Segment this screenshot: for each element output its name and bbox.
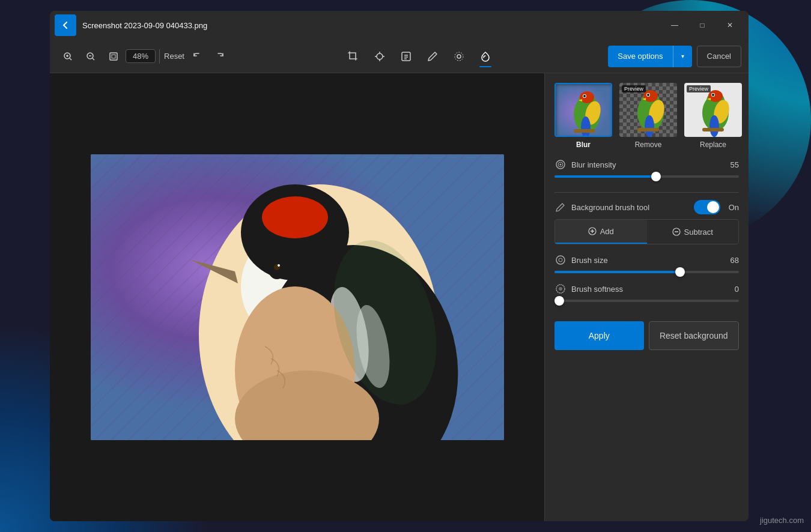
replace-mode-label: Replace <box>700 141 726 149</box>
zoom-value: 48% <box>126 49 156 63</box>
add-subtract-row: Add Subtract <box>554 219 739 244</box>
undo-button[interactable] <box>186 46 208 67</box>
subtract-label: Subtract <box>684 228 713 237</box>
brush-softness-slider[interactable] <box>554 300 739 302</box>
svg-point-41 <box>580 91 594 103</box>
toolbar: 48% Reset <box>50 40 749 73</box>
svg-point-18 <box>457 55 461 58</box>
toolbar-center <box>233 44 606 68</box>
svg-point-26 <box>262 196 328 238</box>
blur-mode-label: Blur <box>576 141 591 149</box>
blur-mode-thumb[interactable]: Blur <box>554 83 612 149</box>
svg-rect-7 <box>110 53 117 60</box>
reset-button[interactable]: Reset <box>163 46 185 67</box>
replace-mode-thumb[interactable]: Preview Replace <box>684 83 742 149</box>
zoom-out-button[interactable] <box>80 46 102 67</box>
brush-tool-label-row: Background brush tool <box>554 201 649 213</box>
brush-tool-label: Background brush tool <box>571 203 649 212</box>
blur-intensity-value: 55 <box>731 160 739 169</box>
brush-tool-toggle[interactable] <box>694 200 720 214</box>
brush-size-thumb[interactable] <box>675 267 685 277</box>
subtract-button[interactable]: Subtract <box>647 220 739 244</box>
title-bar: Screenshot 2023-09-09 040433.png — □ ✕ <box>50 11 749 40</box>
remove-mode-label: Remove <box>635 141 662 149</box>
blur-intensity-slider[interactable] <box>554 175 739 178</box>
blur-intensity-row: Blur intensity 55 <box>554 159 739 171</box>
svg-point-80 <box>559 287 562 291</box>
zoom-in-button[interactable] <box>57 46 79 67</box>
save-options-dropdown-arrow[interactable]: ▾ <box>673 46 692 67</box>
cancel-button[interactable]: Cancel <box>697 46 741 67</box>
blur-intensity-icon <box>554 159 566 171</box>
panel-divider <box>554 192 739 193</box>
svg-line-3 <box>70 58 71 60</box>
svg-rect-59 <box>637 128 659 131</box>
brush-softness-label: Brush softness <box>571 285 623 294</box>
brush-size-label-row: Brush size <box>554 254 608 266</box>
toolbar-left: 48% Reset <box>57 46 231 67</box>
blur-intensity-label-row: Blur intensity <box>554 159 616 171</box>
maximize-button[interactable]: □ <box>688 16 716 35</box>
back-button[interactable] <box>55 14 76 36</box>
blur-intensity-track <box>554 175 739 178</box>
canvas-area <box>50 73 544 521</box>
svg-point-77 <box>556 256 565 264</box>
toggle-knob <box>707 201 719 213</box>
woodpecker-image <box>91 154 504 440</box>
draw-tool-button[interactable] <box>421 44 445 68</box>
background-tool-button[interactable] <box>473 44 497 68</box>
blur-intensity-fill <box>554 175 656 178</box>
brush-size-value: 68 <box>731 256 739 265</box>
svg-point-9 <box>377 53 383 59</box>
add-button[interactable]: Add <box>555 220 647 244</box>
svg-rect-8 <box>112 55 115 58</box>
svg-rect-14 <box>402 52 410 61</box>
window-title: Screenshot 2023-09-09 040433.png <box>82 21 661 30</box>
remove-thumb-image: Preview <box>619 83 677 137</box>
text-tool-button[interactable] <box>394 44 418 68</box>
svg-point-56 <box>645 115 654 137</box>
redo-button[interactable] <box>209 46 231 67</box>
svg-point-19 <box>455 52 463 61</box>
svg-point-71 <box>560 164 562 166</box>
apply-button[interactable]: Apply <box>554 321 644 350</box>
replace-thumb-image: Preview <box>684 83 742 137</box>
save-options-label[interactable]: Save options <box>608 46 672 67</box>
toolbar-separator <box>159 49 160 64</box>
effects-tool-button[interactable] <box>447 44 471 68</box>
svg-rect-46 <box>574 129 595 133</box>
fit-button[interactable] <box>103 46 124 67</box>
right-panel: Blur <box>544 73 749 521</box>
svg-point-30 <box>278 264 280 267</box>
blur-intensity-label: Blur intensity <box>571 160 616 169</box>
brush-softness-track <box>554 300 739 302</box>
brush-softness-value: 0 <box>735 285 739 294</box>
brush-softness-thumb[interactable] <box>554 296 564 306</box>
brush-size-row: Brush size 68 <box>554 254 739 266</box>
close-button[interactable]: ✕ <box>716 16 744 35</box>
image-container <box>91 154 504 440</box>
minimize-button[interactable]: — <box>661 16 688 35</box>
brush-size-fill <box>554 271 680 273</box>
brush-size-label: Brush size <box>571 256 608 265</box>
crop-tool-button[interactable] <box>341 44 365 68</box>
svg-point-58 <box>647 94 649 96</box>
watermark: jigutech.com <box>760 516 804 525</box>
adjust-tool-button[interactable] <box>368 44 392 68</box>
remove-preview-badge: Preview <box>622 85 646 92</box>
brush-size-icon <box>554 254 566 266</box>
app-window: Screenshot 2023-09-09 040433.png — □ ✕ <box>50 11 749 521</box>
remove-mode-thumb[interactable]: Preview Remove <box>619 83 677 149</box>
brush-size-track <box>554 271 739 273</box>
blur-thumb-image <box>554 83 612 137</box>
svg-point-65 <box>709 115 719 137</box>
svg-point-67 <box>712 94 714 96</box>
svg-rect-68 <box>702 128 724 131</box>
brush-size-slider[interactable] <box>554 271 739 273</box>
replace-preview-badge: Preview <box>687 85 711 92</box>
blur-intensity-thumb[interactable] <box>651 172 661 181</box>
reset-background-button[interactable]: Reset background <box>649 321 740 350</box>
save-options-button[interactable]: Save options ▾ <box>608 46 691 67</box>
window-controls: — □ ✕ <box>661 16 744 35</box>
toolbar-right: Save options ▾ Cancel <box>608 46 741 67</box>
